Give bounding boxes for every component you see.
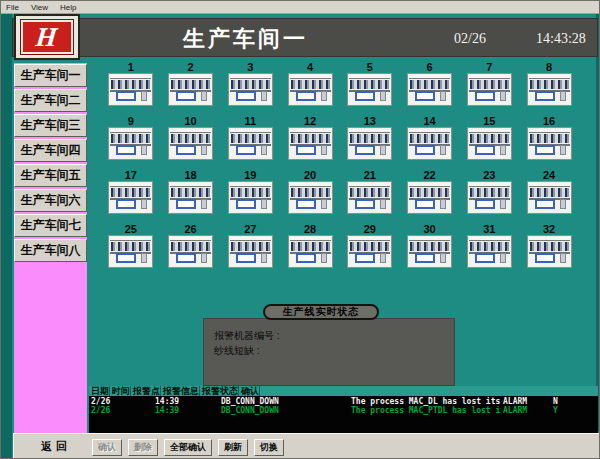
machine-cell[interactable]: 10 [161,115,221,169]
machine-cell[interactable]: 2 [161,61,221,115]
alarm-ack: Y [551,406,598,415]
knitting-machine-icon [168,127,213,160]
toolbar-button[interactable]: 刷新 [218,439,248,456]
workshop-button[interactable]: 生产车间七 [14,214,87,237]
knitting-machine-icon [108,127,153,160]
header-bar: H 生产车间一 02/26 14:43:28 [12,18,598,57]
alarm-time: 14:39 [153,406,219,415]
machine-number: 18 [185,169,197,181]
machine-cell[interactable]: 13 [340,115,400,169]
alarm-message: The process MAC_PTDL has lost its... [349,406,501,415]
knitting-machine-icon [347,73,392,106]
return-button[interactable]: 返回 [13,433,99,459]
page-title: 生产车间一 [183,24,308,54]
alarm-table-header-cell: 日期 [89,386,110,396]
alarm-row[interactable]: 2/26 14:39 DB_CONN_DOWN The process MAC_… [89,397,598,406]
workshop-button[interactable]: 生产车间八 [14,239,87,262]
machine-cell[interactable]: 31 [460,223,520,277]
knitting-machine-icon [288,73,333,106]
machine-number: 13 [364,115,376,127]
logo-glyph: H [35,24,59,51]
machine-cell[interactable]: 14 [400,115,460,169]
machine-number: 20 [304,169,316,181]
machine-cell[interactable]: 30 [400,223,460,277]
machine-number: 1 [128,61,134,73]
knitting-machine-icon [228,73,273,106]
machine-cell[interactable]: 9 [101,115,161,169]
workshop-button[interactable]: 生产车间二 [14,89,87,112]
toolbar-button[interactable]: 切换 [254,439,284,456]
machine-cell[interactable]: 5 [340,61,400,115]
alarm-point: DB_CONN_DOWN [219,406,349,415]
knitting-machine-icon [467,73,512,106]
machine-cell[interactable]: 1 [101,61,161,115]
machine-cell[interactable]: 26 [161,223,221,277]
machine-number: 21 [364,169,376,181]
knitting-machine-icon [347,181,392,214]
status-panel: 报警机器编号 : 纱线短缺 : [203,318,455,386]
machine-cell[interactable]: 19 [221,169,281,223]
machine-cell[interactable]: 32 [519,223,579,277]
machine-cell[interactable]: 6 [400,61,460,115]
workshop-button[interactable]: 生产车间一 [14,64,87,87]
machine-number: 9 [128,115,134,127]
machine-number: 28 [304,223,316,235]
machine-cell[interactable]: 24 [519,169,579,223]
machine-number: 12 [304,115,316,127]
machine-cell[interactable]: 7 [460,61,520,115]
machine-cell[interactable]: 28 [280,223,340,277]
machine-cell[interactable]: 20 [280,169,340,223]
alarm-table-header-cell: 时间 [110,386,131,396]
workshop-button[interactable]: 生产车间六 [14,189,87,212]
toolbar-button[interactable]: 删除 [128,439,158,456]
header-clock: 14:43:28 [536,31,586,47]
machine-cell[interactable]: 23 [460,169,520,223]
knitting-machine-icon [288,181,333,214]
machine-number: 4 [307,61,313,73]
knitting-machine-icon [168,181,213,214]
knitting-machine-icon [288,235,333,268]
machine-cell[interactable]: 25 [101,223,161,277]
machine-cell[interactable]: 29 [340,223,400,277]
machine-cell[interactable]: 18 [161,169,221,223]
machine-cell[interactable]: 3 [221,61,281,115]
alarm-date: 2/26 [89,397,153,406]
machine-cell[interactable]: 11 [221,115,281,169]
alarm-table-body: 2/26 14:39 DB_CONN_DOWN The process MAC_… [89,397,598,415]
workshop-button[interactable]: 生产车间四 [14,139,87,162]
alarm-table-header: 日期 时间 报警点 报警信息 报警状态 确认 [89,386,598,397]
logo-red-square: H [20,19,74,55]
workshop-button[interactable]: 生产车间五 [14,164,87,187]
knitting-machine-icon [527,73,572,106]
knitting-machine-icon [407,73,452,106]
alarm-row[interactable]: 2/26 14:39 DB_CONN_DOWN The process MAC_… [89,406,598,415]
knitting-machine-icon [407,127,452,160]
machine-cell[interactable]: 17 [101,169,161,223]
knitting-machine-icon [168,73,213,106]
workshop-button[interactable]: 生产车间三 [14,114,87,137]
machine-cell[interactable]: 8 [519,61,579,115]
knitting-machine-icon [168,235,213,268]
toolbar-button[interactable]: 确认 [92,439,122,456]
knitting-machine-icon [228,127,273,160]
machine-cell[interactable]: 22 [400,169,460,223]
alarm-ack: N [551,397,598,406]
machine-cell[interactable]: 21 [340,169,400,223]
machine-number: 22 [424,169,436,181]
toolbar-button[interactable]: 全部确认 [164,439,212,456]
menu-item[interactable]: View [31,3,48,12]
company-logo: H [14,14,80,60]
alarm-status: ALARM [501,397,551,406]
machine-number: 23 [483,169,495,181]
machine-cell[interactable]: 15 [460,115,520,169]
knitting-machine-icon [108,181,153,214]
alarm-toolbar: 确认 删除 全部确认 刷新 切换 [88,433,600,459]
machine-cell[interactable]: 12 [280,115,340,169]
machine-cell[interactable]: 27 [221,223,281,277]
machine-cell[interactable]: 4 [280,61,340,115]
menu-item[interactable]: Help [60,3,76,12]
header-date: 02/26 [454,31,486,47]
machine-cell[interactable]: 16 [519,115,579,169]
menu-item[interactable]: File [6,3,19,12]
machine-number: 27 [244,223,256,235]
